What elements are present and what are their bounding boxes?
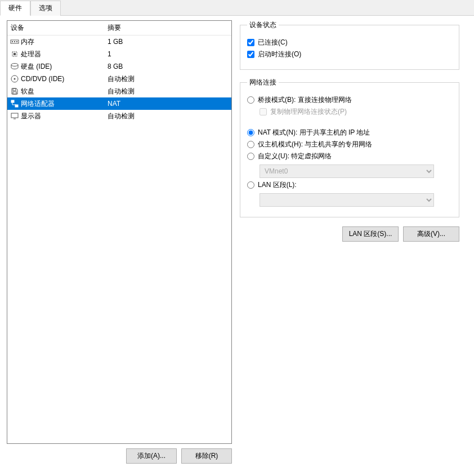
- hw-label: 处理器: [20, 50, 105, 59]
- connected-checkbox[interactable]: [247, 39, 254, 46]
- lanseg-label: LAN 区段(L):: [258, 180, 297, 190]
- hw-row-memory[interactable]: 内存 1 GB: [7, 35, 231, 48]
- bridged-radio[interactable]: [247, 96, 254, 104]
- connected-checkbox-row[interactable]: 已连接(C): [247, 38, 452, 47]
- network-icon: [10, 99, 20, 108]
- floppy-icon: [10, 87, 20, 96]
- hw-row-display[interactable]: 显示器 自动检测: [7, 110, 231, 122]
- remove-button[interactable]: 移除(R): [181, 448, 232, 464]
- memory-icon: [10, 38, 20, 46]
- svg-rect-12: [15, 105, 18, 107]
- bridged-label: 桥接模式(B): 直接连接物理网络: [258, 95, 352, 105]
- svg-point-8: [14, 78, 16, 80]
- hardware-list-header: 设备 摘要: [7, 21, 231, 35]
- hw-label: 内存: [20, 37, 105, 47]
- hw-row-cd[interactable]: CD/DVD (IDE) 自动检测: [7, 73, 231, 85]
- custom-label: 自定义(U): 特定虚拟网络: [258, 152, 332, 161]
- hostonly-radio-row[interactable]: 仅主机模式(H): 与主机共享的专用网络: [247, 140, 452, 149]
- hw-row-cpu[interactable]: 处理器 1: [7, 48, 231, 60]
- cd-icon: [10, 74, 20, 83]
- hw-row-disk[interactable]: 硬盘 (IDE) 8 GB: [7, 60, 231, 73]
- hw-label: 硬盘 (IDE): [20, 62, 105, 72]
- svg-rect-11: [11, 100, 14, 103]
- right-pane: 设备状态 已连接(C) 启动时连接(O) 网络连接 桥接模式(B): 直接连接物…: [240, 20, 459, 464]
- nat-label: NAT 模式(N): 用于共享主机的 IP 地址: [258, 128, 370, 137]
- disk-icon: [10, 62, 20, 71]
- connect-at-power-row[interactable]: 启动时连接(O): [247, 50, 452, 59]
- hw-summary: 1: [105, 50, 229, 58]
- svg-rect-1: [12, 41, 13, 42]
- lanseg-select: [260, 193, 434, 207]
- hw-label: 显示器: [20, 112, 105, 121]
- hw-row-network[interactable]: 网络适配器 NAT: [7, 97, 231, 110]
- network-connection-legend: 网络连接: [247, 78, 279, 87]
- device-status-legend: 设备状态: [247, 20, 279, 30]
- custom-radio-row[interactable]: 自定义(U): 特定虚拟网络: [247, 152, 452, 161]
- connected-label: 已连接(C): [258, 38, 288, 47]
- hw-label: CD/DVD (IDE): [20, 75, 105, 83]
- content-area: 设备 摘要 内存 1 GB 处理器 1: [0, 16, 474, 470]
- hostonly-label: 仅主机模式(H): 与主机共享的专用网络: [258, 140, 372, 149]
- replicate-label: 复制物理网络连接状态(P): [270, 107, 347, 117]
- cpu-icon: [10, 50, 20, 59]
- lan-segment-button[interactable]: LAN 区段(S)...: [342, 226, 399, 242]
- hw-summary: 自动检测: [105, 74, 229, 84]
- nat-radio[interactable]: [247, 129, 254, 136]
- replicate-checkbox-row: 复制物理网络连接状态(P): [260, 107, 452, 117]
- svg-rect-5: [14, 53, 16, 55]
- connect-at-power-checkbox[interactable]: [247, 51, 254, 58]
- monitor-icon: [10, 112, 20, 121]
- lanseg-radio[interactable]: [247, 181, 254, 189]
- hw-label: 网络适配器: [20, 99, 105, 109]
- hardware-list[interactable]: 设备 摘要 内存 1 GB 处理器 1: [7, 20, 232, 444]
- header-device[interactable]: 设备: [7, 21, 104, 35]
- svg-rect-13: [11, 113, 18, 118]
- hw-summary: 8 GB: [105, 63, 229, 70]
- connect-at-power-label: 启动时连接(O): [258, 50, 301, 59]
- hw-summary: 自动检测: [105, 87, 229, 96]
- left-button-row: 添加(A)... 移除(R): [7, 448, 232, 464]
- hw-row-floppy[interactable]: 软盘 自动检测: [7, 85, 231, 97]
- svg-rect-2: [14, 41, 15, 42]
- svg-rect-9: [13, 88, 16, 91]
- tab-hardware[interactable]: 硬件: [0, 1, 30, 16]
- tab-bar: 硬件 选项: [0, 0, 474, 16]
- advanced-button[interactable]: 高级(V)...: [403, 226, 459, 242]
- nat-radio-row[interactable]: NAT 模式(N): 用于共享主机的 IP 地址: [247, 128, 452, 137]
- custom-radio[interactable]: [247, 153, 254, 160]
- lanseg-radio-row[interactable]: LAN 区段(L):: [247, 180, 452, 190]
- replicate-checkbox: [260, 108, 267, 115]
- tab-options[interactable]: 选项: [30, 1, 61, 16]
- hw-summary: NAT: [105, 100, 229, 108]
- left-pane: 设备 摘要 内存 1 GB 处理器 1: [7, 20, 232, 464]
- svg-rect-3: [16, 41, 17, 42]
- custom-vmnet-select: VMnet0: [260, 164, 434, 178]
- hw-summary: 自动检测: [105, 112, 229, 121]
- bridged-radio-row[interactable]: 桥接模式(B): 直接连接物理网络: [247, 95, 452, 105]
- device-status-group: 设备状态 已连接(C) 启动时连接(O): [240, 20, 459, 70]
- network-connection-group: 网络连接 桥接模式(B): 直接连接物理网络 复制物理网络连接状态(P) NAT…: [240, 78, 459, 217]
- header-summary[interactable]: 摘要: [104, 21, 231, 35]
- svg-rect-10: [13, 92, 16, 94]
- hw-label: 软盘: [20, 87, 105, 96]
- svg-point-6: [11, 64, 18, 66]
- bottom-button-row: LAN 区段(S)... 高级(V)...: [240, 226, 459, 242]
- hw-summary: 1 GB: [105, 38, 229, 46]
- add-button[interactable]: 添加(A)...: [126, 448, 177, 464]
- hostonly-radio[interactable]: [247, 141, 254, 148]
